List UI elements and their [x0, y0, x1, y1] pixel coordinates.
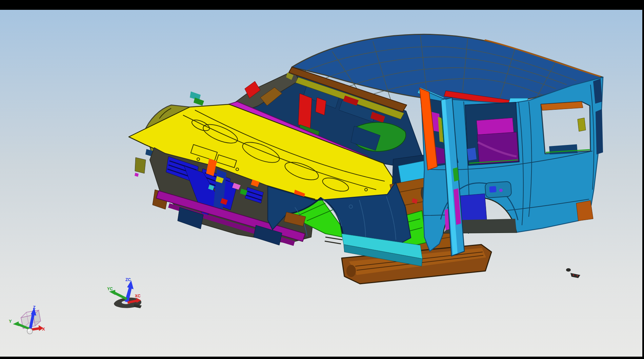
right-frame-bar — [642, 0, 644, 359]
top-frame-bar — [0, 0, 644, 10]
a-pillar-inner-red[interactable] — [298, 93, 312, 129]
wcs-z-label: ZC — [125, 277, 131, 282]
door-handle-recess[interactable] — [485, 181, 512, 198]
datum-z-label: Z — [33, 305, 36, 310]
wcs-y-label: YC — [107, 287, 113, 291]
datum-origin-sphere[interactable] — [27, 329, 33, 334]
rear-flare-trim[interactable] — [576, 200, 593, 221]
datum-y-label: Y — [9, 319, 12, 324]
datum-x-label: X — [42, 326, 45, 332]
quarter-window-opening[interactable] — [541, 102, 590, 154]
cad-application-window: ZC YC XC Z Y X — [0, 0, 644, 359]
wcs-x-label: XC — [135, 294, 141, 298]
graphics-viewport[interactable]: ZC YC XC Z Y X — [0, 0, 644, 359]
bottom-frame-bar — [0, 357, 644, 359]
rear-door-window-opening[interactable] — [465, 102, 519, 165]
